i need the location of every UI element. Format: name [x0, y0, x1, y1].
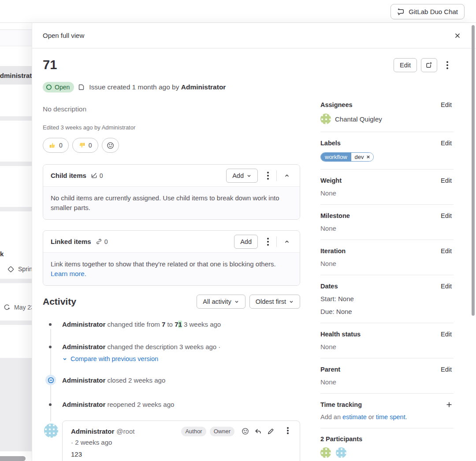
linked-items-collapse-button[interactable] — [279, 235, 294, 248]
smiley-icon — [242, 428, 249, 435]
background-row — [0, 30, 32, 46]
participant-avatar-2[interactable] — [336, 447, 346, 458]
weight-section: Weight Edit None — [320, 170, 454, 205]
time-spent-link[interactable]: time spent — [376, 413, 405, 420]
parent-edit-button[interactable]: Edit — [439, 365, 454, 374]
thumbs-down-button[interactable]: 0 — [72, 138, 98, 153]
time-tracking-section: Time tracking Add an estimate or time sp… — [320, 394, 454, 428]
milestone-section: Milestone Edit None — [320, 205, 454, 240]
timeline-dot — [49, 346, 52, 348]
milestone-edit-button[interactable]: Edit — [439, 211, 454, 220]
smiley-icon — [107, 142, 114, 149]
health-status-section: Health status Edit None — [320, 323, 454, 358]
reply-icon — [254, 428, 262, 435]
learn-more-link[interactable]: Learn more. — [51, 270, 86, 277]
remove-label-icon[interactable] — [366, 155, 370, 159]
created-meta: Issue created 1 month ago by Administrat… — [89, 83, 226, 91]
open-full-view-link[interactable]: Open full view — [43, 32, 84, 39]
row-separator — [0, 321, 32, 325]
thumbs-up-button[interactable]: 0 — [43, 138, 69, 153]
comment-more-button[interactable] — [282, 426, 294, 437]
iteration-icon — [3, 303, 11, 311]
dates-title: Dates — [320, 283, 338, 290]
assignee-avatar[interactable] — [320, 114, 331, 124]
activity-filter-dropdown[interactable]: All activity — [197, 295, 245, 309]
checklist-icon — [91, 172, 97, 179]
comment-author-avatar[interactable] — [44, 424, 58, 438]
dates-edit-button[interactable]: Edit — [439, 282, 454, 291]
compare-previous-version-link[interactable]: Compare with previous version — [71, 355, 158, 362]
row-separator — [0, 279, 32, 283]
timeline-dot — [49, 403, 52, 406]
system-note-title-change: Administrator changed title from 7 to 71… — [43, 320, 300, 329]
kebab-icon — [287, 427, 289, 429]
child-items-collapse-button[interactable] — [279, 169, 294, 182]
kebab-icon — [267, 238, 269, 240]
timeline-dot — [49, 323, 52, 326]
comment-reply-button[interactable] — [253, 426, 264, 437]
time-tracking-title: Time tracking — [320, 401, 362, 408]
gitlab-duo-chat-button[interactable]: GitLab Duo Chat — [390, 4, 465, 19]
author-badge: Author — [181, 427, 206, 436]
iteration-edit-button[interactable]: Edit — [439, 247, 454, 255]
child-items-add-button[interactable]: Add — [226, 169, 258, 183]
iteration-title: Iteration — [320, 247, 346, 254]
background-page: Administrat k Sprint 1 May 23 — [0, 23, 32, 461]
divider — [276, 236, 277, 247]
drawer-body: 71 Edit — [32, 49, 476, 461]
health-status-title: Health status — [320, 331, 361, 338]
comment-timestamp: · 2 weeks ago — [71, 439, 294, 446]
label-value: dev — [355, 154, 364, 160]
award-emoji-row: 0 0 — [43, 138, 300, 153]
activity-sort-dropdown[interactable]: Oldest first — [249, 295, 300, 309]
child-items-card: Child items 0 Add — [43, 164, 300, 220]
participant-avatar-1[interactable] — [320, 447, 331, 458]
duo-chat-label: GitLab Duo Chat — [409, 8, 458, 15]
row-separator — [0, 207, 32, 211]
row-separator — [0, 116, 32, 121]
estimate-link[interactable]: estimate — [342, 413, 367, 420]
vertical-scrollbar-thumb[interactable] — [472, 25, 475, 316]
health-status-edit-button[interactable]: Edit — [439, 330, 454, 339]
comment-add-emoji-button[interactable] — [240, 426, 251, 437]
assignee-name[interactable]: Chantal Quigley — [335, 115, 382, 123]
add-emoji-button[interactable] — [102, 138, 119, 153]
weight-value: None — [320, 189, 454, 197]
activity-timeline: Administrator changed title from 7 to 71… — [43, 320, 300, 461]
start-date-value: Start: None — [320, 295, 454, 302]
parent-value: None — [320, 378, 454, 386]
assignees-edit-button[interactable]: Edit — [439, 100, 454, 109]
duo-chat-icon — [397, 8, 405, 15]
edit-button[interactable]: Edit — [394, 58, 417, 72]
background-task-fragment: k — [0, 250, 4, 258]
top-bar: GitLab Duo Chat — [0, 0, 476, 23]
main-column: Open Issue created 1 month ago by Admini… — [43, 49, 300, 461]
weight-edit-button[interactable]: Edit — [439, 176, 454, 185]
background-admin-chip: Administrat — [0, 66, 32, 85]
kebab-icon — [267, 172, 269, 173]
child-items-more-button[interactable] — [262, 169, 274, 183]
status-row: Open Issue created 1 month ago by Admini… — [43, 82, 300, 92]
horizontal-scrollbar-thumb[interactable] — [0, 456, 26, 461]
linked-items-more-button[interactable] — [262, 235, 274, 249]
milestone-diamond-icon — [7, 266, 14, 273]
milestone-title: Milestone — [320, 212, 350, 219]
background-date-row[interactable]: May 23 — [0, 303, 32, 311]
drawer-header: Open full view — [32, 23, 476, 48]
external-window-plus-icon — [426, 62, 433, 69]
time-tracking-add-button[interactable] — [445, 400, 454, 409]
close-drawer-button[interactable] — [452, 30, 463, 41]
labels-edit-button[interactable]: Edit — [439, 139, 454, 148]
plus-icon — [446, 401, 453, 408]
comment-edit-button[interactable] — [265, 426, 276, 437]
comment-author-name[interactable]: Administrator — [71, 428, 114, 435]
background-sprint-row[interactable]: Sprint 1 — [0, 266, 32, 273]
comment-body: 123 — [71, 450, 294, 458]
row-separator — [0, 162, 32, 166]
linked-items-add-button[interactable]: Add — [234, 235, 258, 249]
assignees-title: Assignees — [320, 101, 353, 108]
more-actions-button[interactable] — [442, 58, 453, 72]
open-in-full-page-button[interactable] — [421, 58, 437, 72]
scoped-label-workflow-dev[interactable]: workflow dev — [320, 152, 374, 162]
assignees-section: Assignees Edit Chantal Quigley — [320, 97, 454, 132]
